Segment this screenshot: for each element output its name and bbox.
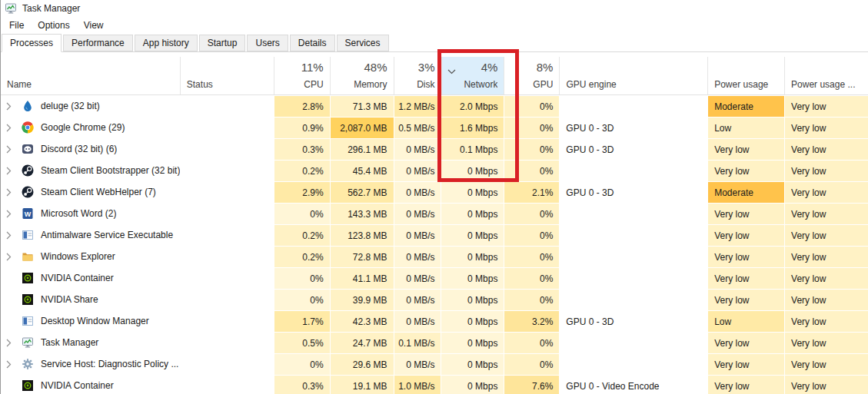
column-header-name[interactable]: Name: [1, 57, 180, 94]
column-header-status[interactable]: Status: [180, 57, 274, 94]
expand-chevron-icon[interactable]: [6, 102, 18, 111]
deluge-icon: [22, 100, 34, 112]
cell-gpu_engine: GPU 0 - 3D: [559, 117, 707, 138]
process-name-cell: WMicrosoft Word (2): [1, 203, 180, 224]
process-row[interactable]: Antimalware Service Executable0.2%123.8 …: [1, 224, 868, 246]
tab-services[interactable]: Services: [337, 35, 389, 51]
process-name-cell: Antimalware Service Executable: [1, 224, 180, 246]
nvidia-icon: [22, 379, 34, 392]
menu-options[interactable]: Options: [31, 18, 76, 33]
process-row[interactable]: Discord (32 bit) (6)0.3%296.1 MB0 MB/s0.…: [1, 138, 868, 160]
expand-chevron-icon[interactable]: [6, 188, 18, 197]
cell-status: [180, 95, 274, 117]
column-label-memory: Memory: [354, 79, 387, 90]
column-header-cpu[interactable]: 11%CPU: [274, 57, 330, 94]
column-header-power[interactable]: Power usage: [707, 57, 784, 94]
expand-chevron-icon[interactable]: [6, 210, 18, 218]
process-row[interactable]: Google Chrome (29)0.9%2,087.0 MB0.5 MB/s…: [1, 117, 868, 138]
expand-chevron-icon[interactable]: [6, 231, 18, 240]
column-header-network[interactable]: 4%Network: [441, 57, 504, 94]
tab-startup[interactable]: Startup: [199, 35, 246, 51]
process-row[interactable]: NVIDIA Container0.3%19.1 MB1.0 MB/s0 Mbp…: [1, 375, 868, 394]
column-total-cpu: 11%: [301, 61, 324, 74]
cell-trend: Very low: [784, 267, 868, 289]
cell-disk: 0 MB/s: [394, 246, 441, 267]
expand-chevron-icon[interactable]: [6, 253, 18, 261]
cell-trend: Very low: [784, 117, 868, 138]
process-name: NVIDIA Share: [41, 294, 98, 305]
process-row[interactable]: NVIDIA Container0%41.1 MB0 MB/s0 Mbps0%V…: [1, 267, 868, 289]
expand-chevron-icon[interactable]: [6, 339, 18, 347]
cell-gpu: 0%: [504, 246, 559, 267]
process-row[interactable]: Steam Client WebHelper (7)2.9%562.7 MB0 …: [1, 181, 868, 203]
cell-trend: Very low: [784, 160, 868, 181]
cell-cpu: 0%: [274, 203, 330, 224]
process-row[interactable]: Windows Explorer0.2%72.8 MB0 MB/s0 Mbps0…: [1, 246, 868, 267]
column-header-gpu_engine[interactable]: GPU engine: [559, 57, 707, 94]
cell-power: Very low: [707, 203, 784, 224]
tab-app-history[interactable]: App history: [135, 35, 198, 51]
cell-disk: 0 MB/s: [394, 289, 441, 310]
cell-status: [180, 224, 274, 246]
process-row[interactable]: Service Host: Diagnostic Policy ...0%29.…: [1, 353, 868, 375]
tab-processes[interactable]: Processes: [2, 34, 62, 52]
column-header-memory[interactable]: 48%Memory: [330, 57, 394, 94]
expand-chevron-icon[interactable]: [6, 145, 18, 154]
process-row[interactable]: WMicrosoft Word (2)0%143.3 MB0 MB/s0 Mbp…: [1, 203, 868, 224]
process-row[interactable]: deluge (32 bit)2.8%71.3 MB1.2 MB/s2.0 Mb…: [1, 95, 868, 117]
cell-trend: Very low: [784, 310, 868, 332]
process-row[interactable]: Task Manager0.5%24.7 MB0.1 MB/s0 Mbps0%V…: [1, 332, 868, 353]
process-name-cell: Steam Client Bootstrapper (32 bit): [1, 160, 180, 181]
expand-chevron-icon[interactable]: [6, 124, 18, 132]
process-row[interactable]: NVIDIA Share0%39.9 MB0 MB/s0 Mbps0%Very …: [1, 289, 868, 310]
column-header-gpu[interactable]: 8%GPU: [504, 57, 559, 94]
chrome-icon: [22, 121, 34, 134]
menu-file[interactable]: File: [2, 18, 31, 33]
cell-memory: 72.8 MB: [330, 246, 394, 267]
process-row[interactable]: Desktop Window Manager1.7%42.3 MB0 MB/s0…: [1, 310, 868, 332]
cell-trend: Very low: [784, 246, 868, 267]
cell-gpu_engine: GPU 0 - 3D: [559, 138, 707, 160]
menu-view[interactable]: View: [77, 18, 111, 33]
cell-power: Low: [707, 117, 784, 138]
cell-status: [180, 246, 274, 267]
cell-gpu: 0%: [504, 224, 559, 246]
cell-gpu_engine: [559, 332, 707, 353]
cell-gpu_engine: [559, 289, 707, 310]
cell-cpu: 0.3%: [274, 138, 330, 160]
expand-chevron-icon[interactable]: [6, 167, 18, 175]
cell-disk: 0 MB/s: [394, 310, 441, 332]
process-row[interactable]: Steam Client Bootstrapper (32 bit)0.2%45…: [1, 160, 868, 181]
column-header-trend[interactable]: Power usage ...: [784, 57, 868, 94]
cell-network: 0 Mbps: [441, 203, 504, 224]
cell-gpu_engine: [559, 95, 707, 117]
cell-cpu: 0.5%: [274, 332, 330, 353]
tab-details[interactable]: Details: [290, 35, 335, 51]
column-header-disk[interactable]: 3%Disk: [394, 57, 441, 94]
tab-performance[interactable]: Performance: [63, 35, 133, 51]
cell-memory: 143.3 MB: [330, 203, 394, 224]
cell-power: Very low: [707, 246, 784, 267]
task-manager-window: Task Manager FileOptionsView ProcessesPe…: [0, 0, 868, 394]
cell-power: Very low: [707, 160, 784, 181]
cell-gpu: 2.1%: [504, 181, 559, 203]
column-label-gpu_engine: GPU engine: [566, 79, 701, 90]
process-name: NVIDIA Container: [41, 273, 114, 283]
title-bar[interactable]: Task Manager: [1, 0, 868, 17]
cell-memory: 19.1 MB: [330, 375, 394, 394]
cell-status: [180, 117, 274, 138]
cell-gpu: 0%: [504, 95, 559, 117]
column-label-cpu: CPU: [304, 79, 323, 90]
process-name: Desktop Window Manager: [41, 316, 149, 326]
cell-memory: 562.7 MB: [330, 181, 394, 203]
cell-gpu: 0%: [504, 138, 559, 160]
cell-network: 0 Mbps: [441, 310, 504, 332]
cell-network: 0 Mbps: [441, 353, 504, 375]
cell-gpu: 0%: [504, 160, 559, 181]
column-label-power: Power usage: [714, 79, 778, 90]
column-label-gpu: GPU: [533, 79, 553, 90]
expand-chevron-icon[interactable]: [6, 360, 18, 369]
tab-users[interactable]: Users: [247, 35, 288, 51]
cell-trend: Very low: [784, 353, 868, 375]
cell-cpu: 0%: [274, 353, 330, 375]
